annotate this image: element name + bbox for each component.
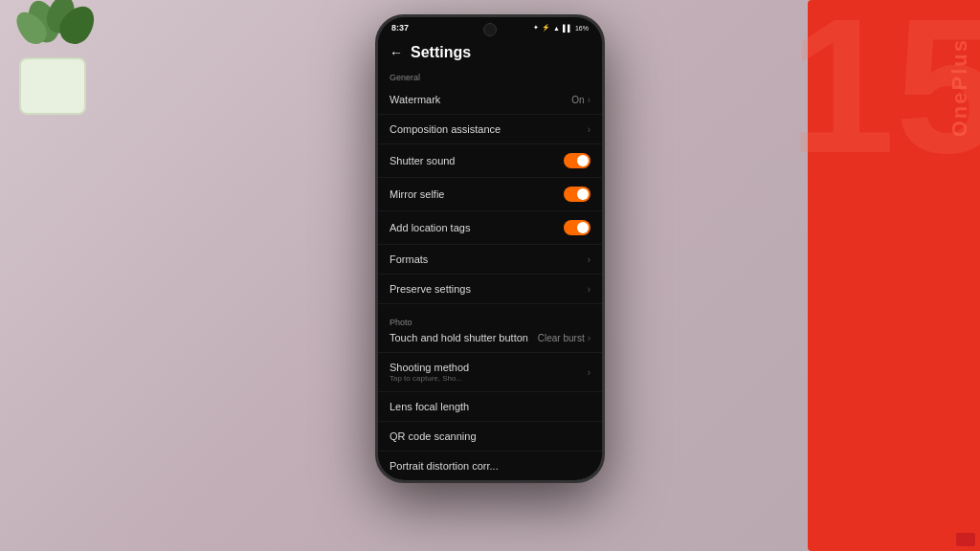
shooting-method-sublabel: Tap to capture, Sho... [390, 374, 469, 383]
settings-title: Settings [411, 44, 471, 61]
watermark-chevron: › [588, 95, 590, 105]
bluetooth-icon: ✦ [533, 24, 539, 32]
signal-icon: ▌▌ [563, 25, 572, 32]
formats-item[interactable]: Formats › [378, 245, 602, 275]
section-label-photo: Photo [390, 318, 412, 327]
composition-item[interactable]: Composition assistance › [378, 115, 602, 144]
plant-decoration [0, 0, 153, 124]
watermark-label: Watermark [390, 94, 440, 105]
formats-chevron: › [588, 254, 590, 265]
section-label-general: General [378, 67, 602, 85]
toggle-circle [577, 155, 589, 166]
touch-hold-label: Touch and hold shutter button [390, 332, 528, 343]
status-time: 8:37 [391, 23, 409, 33]
bluetooth-icon2: ⚡ [542, 24, 550, 32]
mirror-selfie-toggle[interactable] [564, 187, 590, 202]
phone-body: 8:37 ✦ ⚡ ▲ ▌▌ 16% ← Settings [375, 14, 605, 483]
settings-screen: ← Settings General Watermark On › [378, 36, 602, 478]
qr-scanning-item[interactable]: QR code scanning [378, 422, 602, 452]
preserve-settings-chevron: › [588, 284, 590, 295]
location-tags-label: Add location tags [390, 222, 470, 233]
scene: 15 OnePlus 8:37 ✦ ⚡ ▲ ▌▌ 16% [0, 0, 980, 551]
portrait-distortion-item[interactable]: Portrait distortion corr... [378, 452, 602, 478]
mirror-selfie-label: Mirror selfie [390, 188, 444, 200]
shutter-sound-item[interactable]: Shutter sound [378, 144, 602, 178]
oneplus-brand-text: OnePlus [947, 38, 972, 137]
photo-section-divider: Photo [378, 304, 602, 323]
touch-hold-value: Clear burst › [538, 333, 590, 343]
battery-indicator: 16% [575, 25, 589, 32]
preserve-settings-item[interactable]: Preserve settings › [378, 275, 602, 304]
location-tags-toggle[interactable] [564, 220, 590, 235]
touch-hold-text: Touch and hold shutter button [390, 332, 528, 343]
shooting-method-item[interactable]: Shooting method Tap to capture, Sho... › [378, 353, 602, 392]
phone-screen: 8:37 ✦ ⚡ ▲ ▌▌ 16% ← Settings [378, 17, 602, 480]
plant-pot [19, 57, 86, 115]
toggle-circle-3 [577, 222, 589, 233]
watermark-value: On › [571, 95, 590, 105]
location-tags-item[interactable]: Add location tags [378, 211, 602, 245]
qr-scanning-label: QR code scanning [390, 430, 477, 442]
composition-chevron: › [588, 124, 590, 135]
lens-focal-item[interactable]: Lens focal length [378, 392, 602, 422]
shooting-method-text: Shooting method Tap to capture, Sho... [390, 362, 469, 383]
composition-label: Composition assistance [390, 123, 501, 135]
preserve-settings-label: Preserve settings [390, 283, 471, 295]
status-icons: ✦ ⚡ ▲ ▌▌ 16% [533, 24, 589, 32]
camera-notch [483, 23, 497, 36]
back-button[interactable]: ← [390, 45, 403, 60]
lens-focal-label: Lens focal length [390, 401, 469, 412]
mirror-selfie-item[interactable]: Mirror selfie [378, 178, 602, 211]
shooting-method-chevron: › [588, 367, 590, 378]
portrait-distortion-label: Portrait distortion corr... [390, 460, 499, 472]
watermark-item[interactable]: Watermark On › [378, 85, 602, 115]
shutter-sound-toggle[interactable] [564, 153, 590, 168]
touch-hold-chevron: › [588, 333, 590, 343]
shooting-method-label: Shooting method [390, 362, 469, 373]
oneplus-box: 15 OnePlus [808, 0, 980, 551]
wifi-icon: ▲ [553, 25, 560, 32]
corner-badge [956, 533, 975, 546]
settings-header: ← Settings [378, 36, 602, 67]
toggle-circle-2 [577, 188, 589, 200]
phone: 8:37 ✦ ⚡ ▲ ▌▌ 16% ← Settings [375, 14, 605, 483]
shutter-sound-label: Shutter sound [390, 155, 456, 166]
formats-label: Formats [390, 253, 428, 265]
